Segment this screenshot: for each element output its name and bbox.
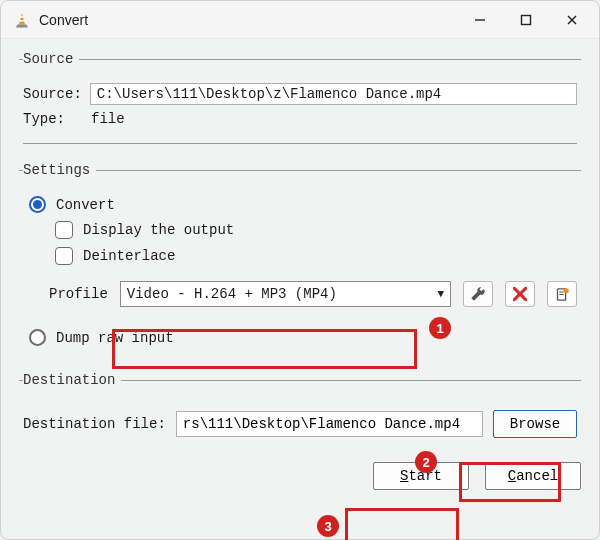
svg-rect-2 (20, 20, 25, 22)
svg-rect-5 (522, 15, 531, 24)
cancel-rest: ancel (516, 468, 558, 484)
window-title: Convert (39, 12, 88, 28)
delete-x-icon (513, 287, 527, 301)
maximize-button[interactable] (503, 4, 549, 36)
convert-window: Convert Source Source: C:\Users\111\Desk… (0, 0, 600, 540)
source-path-field: C:\Users\111\Desktop\z\Flamenco Dance.mp… (90, 83, 577, 105)
destination-group: Destination Destination file: Browse (19, 372, 581, 450)
chevron-down-icon: ▼ (437, 288, 444, 300)
display-output-checkbox[interactable]: Display the output (55, 221, 577, 239)
deinterlace-label: Deinterlace (83, 248, 175, 264)
browse-button[interactable]: Browse (493, 410, 577, 438)
checkbox-icon (55, 247, 73, 265)
deinterlace-checkbox[interactable]: Deinterlace (55, 247, 577, 265)
start-button[interactable]: Start (373, 462, 469, 490)
profile-label: Profile (49, 286, 108, 302)
settings-group: Settings Convert Display the output Dein… (19, 162, 581, 360)
dialog-buttons: Start Cancel (19, 462, 581, 490)
source-group: Source Source: C:\Users\111\Desktop\z\Fl… (19, 51, 581, 150)
profile-combo[interactable]: Video - H.264 + MP3 (MP4) ▼ (120, 281, 451, 307)
new-profile-button[interactable] (547, 281, 577, 307)
edit-profile-button[interactable] (463, 281, 493, 307)
new-document-icon (555, 287, 570, 302)
profile-row: Profile Video - H.264 + MP3 (MP4) ▼ (49, 281, 577, 307)
type-label: Type: (23, 111, 83, 127)
content-area: Source Source: C:\Users\111\Desktop\z\Fl… (1, 39, 599, 539)
svg-rect-1 (20, 16, 23, 18)
close-button[interactable] (549, 4, 595, 36)
cancel-mnemonic: C (508, 468, 516, 484)
annotation-box-start (345, 508, 459, 540)
source-legend: Source (23, 51, 79, 67)
destination-legend: Destination (23, 372, 121, 388)
type-value: file (91, 111, 125, 127)
cancel-button[interactable]: Cancel (485, 462, 581, 490)
start-rest: tart (408, 468, 442, 484)
start-mnemonic: S (400, 468, 408, 484)
profile-selected-value: Video - H.264 + MP3 (MP4) (127, 286, 337, 302)
browse-button-label: Browse (510, 416, 560, 432)
destination-file-input[interactable] (176, 411, 483, 437)
minimize-button[interactable] (457, 4, 503, 36)
svg-marker-3 (16, 24, 28, 27)
source-row: Source: C:\Users\111\Desktop\z\Flamenco … (23, 83, 577, 105)
convert-radio-label: Convert (56, 197, 115, 213)
convert-radio[interactable]: Convert (29, 196, 577, 213)
checkbox-icon (55, 221, 73, 239)
svg-point-13 (563, 288, 568, 293)
titlebar: Convert (1, 1, 599, 39)
radio-icon (29, 329, 46, 346)
display-output-label: Display the output (83, 222, 234, 238)
destination-row: Destination file: Browse (23, 410, 577, 438)
vlc-icon (13, 11, 31, 29)
delete-profile-button[interactable] (505, 281, 535, 307)
source-label: Source: (23, 86, 82, 102)
settings-legend: Settings (23, 162, 96, 178)
radio-icon (29, 196, 46, 213)
destination-label: Destination file: (23, 416, 166, 432)
annotation-badge-3: 3 (317, 515, 339, 537)
type-row: Type: file (23, 111, 577, 127)
dump-raw-label: Dump raw input (56, 330, 174, 346)
svg-marker-0 (19, 13, 25, 24)
wrench-icon (470, 286, 486, 302)
dump-raw-radio[interactable]: Dump raw input (29, 329, 577, 346)
